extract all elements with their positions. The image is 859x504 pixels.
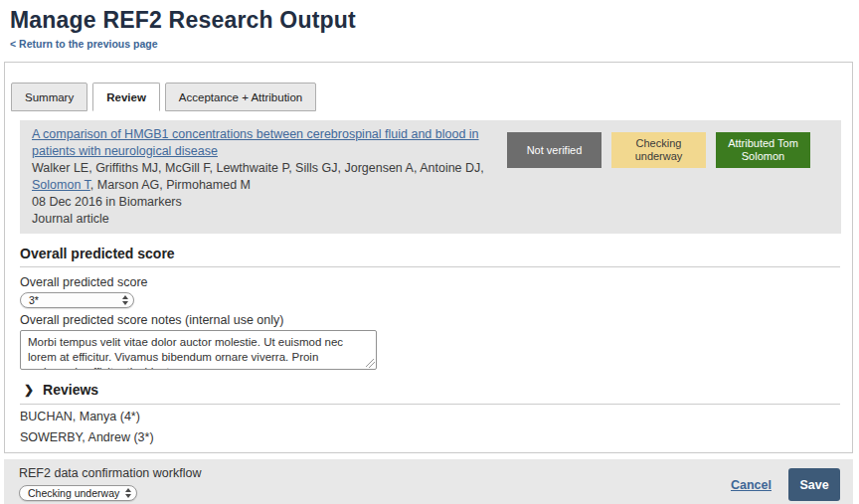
status-badge-checking-underway: Checking underway — [611, 132, 706, 168]
cancel-link[interactable]: Cancel — [731, 478, 772, 492]
workflow-select[interactable]: Checking underway — [19, 485, 137, 501]
page-title: Manage REF2 Research Output — [10, 7, 859, 34]
author-link-solomon[interactable]: Solomon T — [32, 178, 90, 192]
publication-info: A comparison of HMGB1 concentrations bet… — [32, 126, 507, 228]
score-notes-label: Overall predicted score notes (internal … — [20, 313, 852, 327]
tab-acceptance-attribution[interactable]: Acceptance + Attribution — [165, 83, 316, 111]
workflow-footer: REF2 data confirmation workflow Checking… — [4, 459, 853, 504]
status-badge-attributed: Attributed Tom Solomon — [716, 132, 810, 168]
chevron-right-icon: ❯ — [24, 382, 34, 398]
workflow-label: REF2 data confirmation workflow — [19, 466, 853, 480]
publication-title-link[interactable]: A comparison of HMGB1 concentrations bet… — [32, 127, 479, 158]
save-button[interactable]: Save — [788, 468, 840, 501]
select-stepper-icon — [122, 295, 128, 305]
score-select-value: 3* — [29, 294, 39, 306]
review-item-sowerby: SOWERBY, Andrew (3*) — [20, 430, 852, 444]
page-header: Manage REF2 Research Output < Return to … — [0, 0, 859, 52]
status-badges: Not verified Checking underway Attribute… — [507, 132, 810, 228]
score-notes-wrap: Morbi tempus velit vitae dolor auctor mo… — [20, 330, 377, 370]
score-select[interactable]: 3* — [20, 292, 134, 308]
authors-text-after: , Marson AG, Pirmohamed M — [90, 178, 251, 192]
workflow-select-value: Checking underway — [28, 487, 119, 499]
overall-score-heading: Overall predicted score — [20, 246, 840, 267]
select-stepper-icon — [125, 488, 131, 498]
tab-summary[interactable]: Summary — [11, 83, 87, 111]
authors-text-before: Walker LE, Griffiths MJ, McGill F, Lewth… — [32, 161, 484, 175]
tab-bar: Summary Review Acceptance + Attribution — [11, 83, 852, 111]
review-item-buchan: BUCHAN, Manya (4*) — [20, 410, 852, 423]
publication-title: A comparison of HMGB1 concentrations bet… — [32, 126, 507, 160]
score-notes-textarea[interactable]: Morbi tempus velit vitae dolor auctor mo… — [20, 330, 377, 370]
tab-review[interactable]: Review — [92, 83, 160, 111]
footer-actions: Cancel Save — [731, 468, 840, 501]
publication-authors: Walker LE, Griffiths MJ, McGill F, Lewth… — [32, 160, 507, 194]
publication-type: Journal article — [32, 211, 507, 228]
reviews-heading-label: Reviews — [43, 382, 98, 398]
return-link[interactable]: < Return to the previous page — [10, 38, 157, 50]
resize-handle-icon[interactable] — [366, 359, 375, 368]
reviews-heading[interactable]: ❯Reviews — [20, 382, 840, 405]
score-select-label: Overall predicted score — [20, 275, 852, 289]
publication-panel: A comparison of HMGB1 concentrations bet… — [20, 120, 841, 234]
publication-date: 08 Dec 2016 in Biomarkers — [32, 194, 507, 211]
content-card: Summary Review Acceptance + Attribution … — [4, 62, 853, 453]
status-badge-not-verified: Not verified — [507, 132, 601, 168]
